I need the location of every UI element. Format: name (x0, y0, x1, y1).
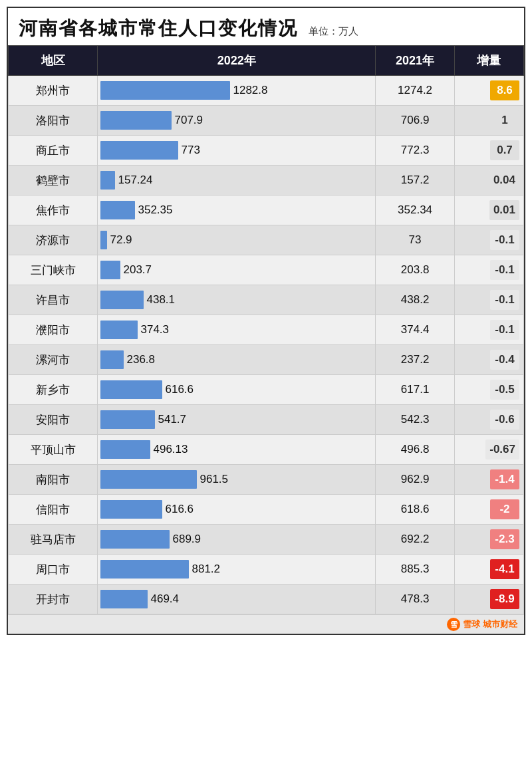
city-name-cell: 平顶山市 (9, 435, 98, 465)
change-badge: 0.01 (489, 200, 519, 220)
change-cell: -0.1 (454, 225, 523, 255)
city-name-cell: 濮阳市 (9, 315, 98, 345)
bar-value-label: 773 (181, 144, 200, 157)
city-name-cell: 新乡市 (9, 375, 98, 405)
header-2022: 2022年 (98, 46, 376, 76)
city-name-cell: 三门峡市 (9, 255, 98, 285)
change-badge: 0.7 (490, 140, 519, 160)
val-2021-cell: 542.3 (376, 405, 455, 435)
table-row: 焦作市352.35352.340.01 (9, 195, 524, 225)
val-2021-cell: 438.2 (376, 285, 455, 315)
population-bar (100, 171, 115, 190)
bar-value-label: 438.1 (146, 293, 175, 307)
bar-value-label: 616.6 (165, 383, 194, 396)
change-badge: 0.04 (489, 170, 519, 190)
val-2022-cell: 469.4 (98, 584, 376, 614)
change-cell: -4.1 (454, 555, 523, 584)
val-2021-cell: 203.8 (376, 255, 455, 285)
population-bar (100, 530, 170, 549)
change-cell: -0.1 (454, 255, 523, 285)
change-badge: -0.1 (490, 320, 519, 340)
table-row: 济源市72.973-0.1 (9, 225, 524, 255)
table-row: 濮阳市374.3374.4-0.1 (9, 315, 524, 345)
city-name-cell: 济源市 (9, 225, 98, 255)
val-2022-cell: 773 (98, 136, 376, 166)
change-badge: -2.3 (490, 529, 519, 549)
bar-value-label: 961.5 (200, 473, 228, 486)
val-2021-cell: 352.34 (376, 195, 455, 225)
val-2022-cell: 616.6 (98, 375, 376, 405)
table-row: 郑州市1282.81274.28.6 (9, 76, 524, 106)
val-2021-cell: 772.3 (376, 136, 455, 166)
city-name-cell: 鹤壁市 (9, 166, 98, 195)
val-2022-cell: 157.24 (98, 166, 376, 195)
change-cell: -0.1 (454, 315, 523, 345)
change-cell: -2.3 (454, 525, 523, 555)
change-badge: -0.6 (490, 410, 519, 430)
bar-value-label: 1282.8 (233, 84, 267, 97)
change-cell: 0.04 (454, 166, 523, 195)
table-row: 鹤壁市157.24157.20.04 (9, 166, 524, 195)
change-cell: -1.4 (454, 465, 523, 495)
change-cell: -2 (454, 495, 523, 525)
city-name-cell: 洛阳市 (9, 106, 98, 136)
val-2022-cell: 689.9 (98, 525, 376, 555)
snowball-icon: 雪 (447, 618, 460, 631)
table-row: 洛阳市707.9706.91 (9, 106, 524, 136)
change-badge: -0.67 (485, 440, 519, 459)
change-cell: 0.01 (454, 195, 523, 225)
change-cell: -0.67 (454, 435, 523, 465)
change-cell: -0.5 (454, 375, 523, 405)
bar-value-label: 707.9 (174, 114, 203, 127)
val-2022-cell: 541.7 (98, 405, 376, 435)
city-name-cell: 信阳市 (9, 495, 98, 525)
val-2022-cell: 438.1 (98, 285, 376, 315)
val-2022-cell: 236.8 (98, 345, 376, 375)
header-2021: 2021年 (376, 46, 455, 76)
population-bar (100, 350, 124, 369)
header-region: 地区 (9, 46, 98, 76)
population-bar (100, 380, 162, 399)
val-2022-cell: 203.7 (98, 255, 376, 285)
city-name-cell: 商丘市 (9, 136, 98, 166)
change-badge: -0.1 (490, 290, 519, 310)
val-2022-cell: 1282.8 (98, 76, 376, 106)
population-bar (100, 590, 148, 608)
table-wrap: 地区 2022年 2021年 增量 郑州市1282.81274.28.6洛阳市7… (8, 45, 524, 614)
change-cell: -0.6 (454, 405, 523, 435)
population-bar (100, 111, 172, 130)
bar-value-label: 157.24 (118, 174, 152, 187)
val-2022-cell: 72.9 (98, 225, 376, 255)
population-bar (100, 410, 155, 429)
population-bar (100, 470, 197, 489)
val-2021-cell: 478.3 (376, 584, 455, 614)
table-row: 新乡市616.6617.1-0.5 (9, 375, 524, 405)
change-badge: -0.1 (490, 260, 519, 280)
population-bar (100, 440, 150, 459)
val-2021-cell: 237.2 (376, 345, 455, 375)
change-cell: 1 (454, 106, 523, 136)
header-row: 地区 2022年 2021年 增量 (9, 46, 524, 76)
watermark-logo: 雪 雪球 城市财经 (447, 618, 517, 631)
city-name-cell: 焦作市 (9, 195, 98, 225)
val-2022-cell: 352.35 (98, 195, 376, 225)
change-cell: -0.4 (454, 345, 523, 375)
city-name-cell: 许昌市 (9, 285, 98, 315)
change-badge: 8.6 (490, 80, 519, 100)
table-row: 三门峡市203.7203.8-0.1 (9, 255, 524, 285)
city-name-cell: 郑州市 (9, 76, 98, 106)
population-bar (100, 500, 162, 519)
change-badge: -4.1 (490, 559, 519, 579)
population-bar (100, 201, 135, 219)
change-cell: -8.9 (454, 584, 523, 614)
val-2022-cell: 707.9 (98, 106, 376, 136)
change-badge: -1.4 (490, 469, 519, 489)
population-bar (100, 81, 230, 100)
table-row: 周口市881.2885.3-4.1 (9, 555, 524, 584)
val-2022-cell: 881.2 (98, 555, 376, 584)
val-2022-cell: 496.13 (98, 435, 376, 465)
change-badge: -0.1 (490, 230, 519, 250)
unit-label: 单位：万人 (309, 25, 358, 38)
table-row: 信阳市616.6618.6-2 (9, 495, 524, 525)
bar-value-label: 203.7 (123, 263, 152, 277)
